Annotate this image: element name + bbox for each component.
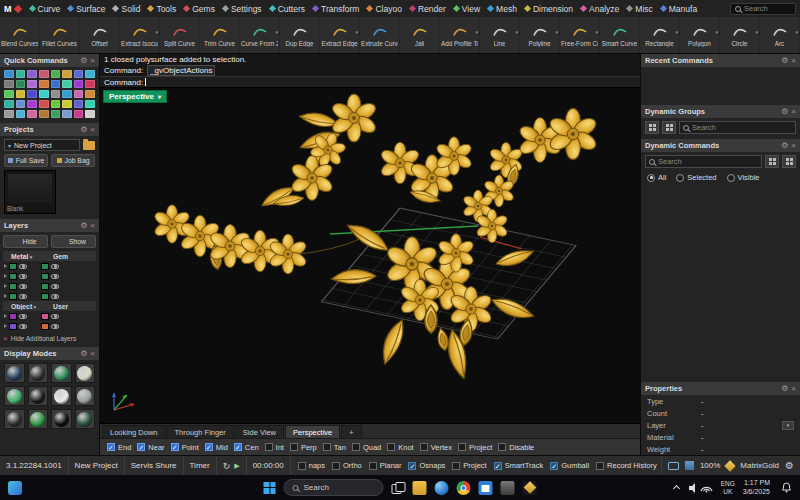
toolbar-button[interactable]: Add Profile To Libr... xyxy=(440,17,480,53)
osnap-toggle[interactable]: Perp xyxy=(290,443,317,452)
visibility-eye-icon[interactable] xyxy=(51,294,59,299)
radio-button[interactable] xyxy=(727,174,735,182)
layer-row[interactable] xyxy=(3,281,96,291)
quick-command-icon[interactable] xyxy=(51,70,61,78)
viewport-tab[interactable]: Side View xyxy=(235,425,284,438)
microsoft-store-icon[interactable] xyxy=(479,481,493,495)
layer-color-swatch[interactable] xyxy=(9,323,17,330)
quick-command-icon[interactable] xyxy=(27,80,37,88)
user-name-label[interactable]: Servis Shure xyxy=(125,456,184,475)
group-sort-button[interactable] xyxy=(662,121,676,134)
display-mode-thumbnail[interactable] xyxy=(28,363,49,383)
menu-item[interactable]: Dimension xyxy=(521,4,577,14)
visibility-eye-icon[interactable] xyxy=(19,274,27,279)
quick-command-icon[interactable] xyxy=(85,70,95,78)
radio-button[interactable] xyxy=(676,174,684,182)
quick-command-icon[interactable] xyxy=(4,90,14,98)
visibility-eye-icon[interactable] xyxy=(51,284,59,289)
osnap-toggle[interactable]: Project xyxy=(458,443,492,452)
checkbox[interactable] xyxy=(137,443,145,451)
checkbox[interactable] xyxy=(171,443,179,451)
checkbox[interactable] xyxy=(205,443,213,451)
expand-triangle-icon[interactable] xyxy=(4,324,7,328)
quick-command-icon[interactable] xyxy=(74,70,84,78)
clock[interactable]: 1:17 PM 3/6/2025 xyxy=(743,479,770,497)
status-toggle[interactable]: naps xyxy=(298,461,325,470)
quick-command-icon[interactable] xyxy=(4,110,14,118)
quick-command-icon[interactable] xyxy=(51,80,61,88)
show-layers-button[interactable]: Show xyxy=(51,235,96,248)
display-mode-thumbnail[interactable] xyxy=(51,363,72,383)
quick-command-icon[interactable] xyxy=(85,100,95,108)
menu-item[interactable]: Render xyxy=(406,4,450,14)
layer-group-header[interactable]: Object User xyxy=(3,301,96,311)
display-mode-thumbnail[interactable] xyxy=(28,409,49,429)
chrome-browser-icon[interactable] xyxy=(457,481,471,495)
checkbox[interactable] xyxy=(498,443,506,451)
viewport-tab[interactable]: Perspective xyxy=(285,425,340,438)
toolbar-button[interactable]: Offset xyxy=(80,17,120,53)
filter-radio[interactable]: All xyxy=(647,173,666,182)
project-thumbnail[interactable]: Blank xyxy=(4,170,56,214)
close-icon[interactable] xyxy=(791,108,796,116)
visibility-eye-icon[interactable] xyxy=(51,264,59,269)
dynamic-commands-search-field[interactable] xyxy=(645,155,762,168)
viewport-3d-canvas[interactable] xyxy=(100,88,640,423)
close-icon[interactable] xyxy=(90,350,95,358)
expand-triangle-icon[interactable] xyxy=(4,264,7,268)
menu-search-input[interactable] xyxy=(744,4,791,13)
toolbar-button[interactable]: Line xyxy=(480,17,520,53)
commands-view-button[interactable] xyxy=(765,155,779,168)
status-toggle[interactable]: Gumball xyxy=(550,461,589,470)
hide-additional-layers-button[interactable]: Hide Additional Layers xyxy=(3,333,96,343)
toolbar-button[interactable]: Smart Curve xyxy=(600,17,640,53)
quick-command-icon[interactable] xyxy=(74,80,84,88)
layer-color-swatch[interactable] xyxy=(41,283,49,290)
gear-icon[interactable] xyxy=(781,108,788,116)
checkbox[interactable] xyxy=(494,462,502,470)
display-settings-icon[interactable] xyxy=(668,462,679,470)
dynamic-groups-search-field[interactable] xyxy=(679,121,796,134)
checkbox[interactable] xyxy=(107,443,115,451)
checkbox[interactable] xyxy=(298,462,306,470)
quick-command-icon[interactable] xyxy=(74,110,84,118)
gear-icon[interactable] xyxy=(80,222,87,230)
timer-reset-icon[interactable] xyxy=(223,461,231,471)
close-icon[interactable] xyxy=(90,222,95,230)
settings-gear-icon[interactable] xyxy=(785,460,794,471)
toolbar-button[interactable]: Polygon xyxy=(680,17,720,53)
checkbox[interactable] xyxy=(265,443,273,451)
checkbox[interactable] xyxy=(290,443,298,451)
layer-group-header[interactable]: Metal Gem xyxy=(3,251,96,261)
osnap-toggle[interactable]: Tan xyxy=(323,443,346,452)
gear-icon[interactable] xyxy=(781,57,788,65)
checkbox[interactable] xyxy=(596,462,604,470)
toolbar-button[interactable]: Polyline xyxy=(520,17,560,53)
layer-color-swatch[interactable] xyxy=(41,323,49,330)
dropdown-arrow-icon[interactable] xyxy=(355,29,358,35)
display-mode-thumbnail[interactable] xyxy=(75,386,96,406)
dropdown-arrow-icon[interactable] xyxy=(675,29,678,35)
layer-color-swatch[interactable] xyxy=(41,313,49,320)
quick-command-icon[interactable] xyxy=(4,80,14,88)
visibility-eye-icon[interactable] xyxy=(19,324,27,329)
quick-command-icon[interactable] xyxy=(51,110,61,118)
timer-play-icon[interactable] xyxy=(234,461,239,470)
filter-radio[interactable]: Selected xyxy=(676,173,716,182)
quick-command-icon[interactable] xyxy=(16,80,26,88)
menu-item[interactable]: Mesh xyxy=(484,4,521,14)
menu-item[interactable]: Settings xyxy=(219,4,266,14)
toolbar-button[interactable]: Arc xyxy=(760,17,800,53)
toolbar-button[interactable]: Extract Isocurve Fr... xyxy=(120,17,160,53)
toolbar-button[interactable]: Circle xyxy=(720,17,760,53)
menu-item[interactable]: View xyxy=(450,4,484,14)
close-icon[interactable] xyxy=(791,385,796,393)
expand-triangle-icon[interactable] xyxy=(4,294,7,298)
toolbar-button[interactable]: Free-Form Curve xyxy=(560,17,600,53)
viewport-tab[interactable]: + xyxy=(341,425,361,438)
quick-command-icon[interactable] xyxy=(39,80,49,88)
osnap-toggle[interactable]: Disable xyxy=(498,443,534,452)
file-explorer-icon[interactable] xyxy=(413,481,427,495)
visibility-eye-icon[interactable] xyxy=(19,264,27,269)
visibility-eye-icon[interactable] xyxy=(19,314,27,319)
